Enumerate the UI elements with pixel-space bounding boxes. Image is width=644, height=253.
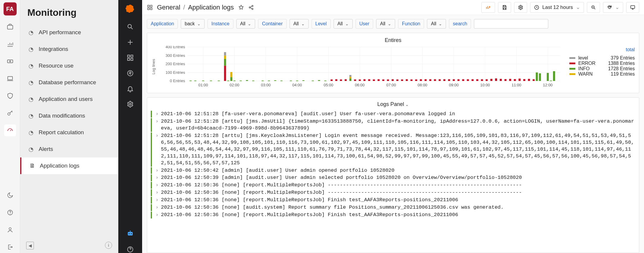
refresh-button[interactable]: ⌄ [603,2,623,13]
explore-icon[interactable] [127,70,134,77]
nav-label: Database performance [39,79,96,86]
chevron-right-icon[interactable]: › [155,189,161,196]
monitor-button[interactable] [626,2,639,13]
config-icon[interactable] [127,101,134,108]
laptop-icon[interactable] [4,73,16,85]
brand-logo[interactable]: FA [4,2,17,15]
gauge-icon[interactable] [4,124,16,136]
chevron-right-icon[interactable]: › [155,167,161,174]
filter-instance-select[interactable]: All [236,19,255,29]
logs-panel-title[interactable]: Logs Panel [151,100,635,110]
shield-icon[interactable] [4,90,16,102]
chevron-right-icon[interactable]: › [155,118,161,132]
gauge-small-icon: ◔ [27,146,34,153]
nav-label: Integrations [39,46,68,52]
log-line[interactable]: › 2021-10-06 12:50:36 [none] [report.Mul… [151,211,635,219]
time-range-picker[interactable]: Last 12 hours⌄ [530,2,584,13]
log-line[interactable]: › 2021-10-06 12:50:42 [admin] [audit.use… [151,167,635,174]
legend-item[interactable]: WARN 119 Entries [569,71,635,77]
info-icon[interactable]: i [105,242,112,249]
filter-user-select[interactable]: All [376,19,395,29]
collapse-left-icon[interactable]: ◀ [26,242,34,249]
svg-rect-138 [547,73,549,81]
legend-item[interactable]: ERROR 1388 Entries [569,61,635,66]
chevron-right-icon[interactable]: › [155,197,161,204]
svg-rect-119 [458,79,460,81]
money-icon[interactable] [4,55,16,67]
breadcrumb-page[interactable]: Application logs [188,4,234,11]
filter-container-select[interactable]: All [290,19,309,29]
alerting-icon[interactable] [127,85,134,92]
moon-icon[interactable] [4,189,16,201]
key-icon[interactable] [4,107,16,119]
legend-swatch [569,63,575,64]
user-icon[interactable] [4,224,16,236]
chevron-right-icon[interactable]: › [155,111,161,118]
legend-count: 119 Entries [611,71,635,77]
svg-rect-108 [406,79,408,81]
svg-rect-88 [318,80,320,81]
gauge-small-icon: ◔ [27,129,34,136]
chevron-right-icon[interactable]: › [155,182,161,189]
nav-report-calculation[interactable]: ◔Report calculation [20,124,118,141]
plus-icon[interactable] [127,39,134,46]
log-message: 2021-10-06 12:51:28 [arttu] [jms.JmsUtil… [161,118,635,132]
svg-point-6 [10,214,10,214]
legend-total-link[interactable]: total [569,47,635,52]
log-line[interactable]: › 2021-10-06 12:51:28 [fa-user-vera.pono… [151,110,635,118]
breadcrumb-folder[interactable]: General [157,4,180,11]
chart-title[interactable]: Entires [151,36,635,46]
chevron-right-icon[interactable]: › [155,204,161,211]
panel-grid-icon[interactable] [147,4,153,10]
dashboards-icon[interactable] [127,54,134,61]
svg-text:03:00: 03:00 [261,83,271,87]
gauge-small-icon: ◔ [27,96,34,103]
log-line[interactable]: › 2021-10-06 12:50:39 [admin] [audit.use… [151,174,635,182]
briefcase-icon[interactable] [4,21,16,33]
chart-icon[interactable] [4,38,16,50]
log-line[interactable]: › 2021-10-06 12:51:28 [arttu] [jms.JmsUt… [151,118,635,132]
save-button[interactable] [498,2,511,13]
help-circle-icon[interactable] [127,246,134,253]
log-level-bar [151,197,152,204]
nav-application-logs[interactable]: 🗎Application logs [20,157,118,174]
nav-integrations[interactable]: ◔Integrations [20,41,118,57]
nav-alerts[interactable]: ◔Alerts [20,141,118,157]
add-panel-button[interactable] [481,2,495,13]
svg-rect-123 [476,79,478,81]
share-icon[interactable] [248,4,254,10]
nav-database-performance[interactable]: ◔Database performance [20,74,118,91]
log-line[interactable]: › 2021-10-06 12:51:28 [arttu] [jms.Keycl… [151,132,635,167]
legend-item[interactable]: level 379 Entries [569,55,635,61]
chevron-right-icon[interactable]: › [155,212,161,218]
zoom-out-button[interactable] [587,2,600,13]
nav-resource-use[interactable]: ◔Resource use [20,57,118,74]
logout-icon[interactable] [4,241,16,253]
search-icon[interactable] [127,23,134,30]
filter-function-select[interactable]: All [427,19,446,29]
sidebar-title: Monitoring [20,0,118,24]
log-line[interactable]: › 2021-10-06 12:50:36 [none] [report.Mul… [151,189,635,196]
nav-api-performance[interactable]: ◔API performance [20,24,118,41]
nav-application-users[interactable]: ◔Application and users [20,91,118,107]
nav-data-modifications[interactable]: ◔Data modifications [20,107,118,124]
filter-search-input[interactable] [474,19,548,29]
grafana-logo[interactable] [124,3,136,15]
chevron-right-icon[interactable]: › [155,132,161,167]
legend-item[interactable]: INFO 1728 Entries [569,66,635,71]
log-line[interactable]: › 2021-10-06 12:50:36 [none] [audit.syst… [151,204,635,211]
robot-icon[interactable] [126,229,134,238]
svg-rect-129 [505,79,507,81]
chevron-right-icon[interactable]: › [155,174,161,181]
chart-plot[interactable]: 0 Entries100 Entries200 Entries300 Entri… [162,46,563,88]
settings-button[interactable] [514,2,527,13]
nav-label: Report calculation [39,129,84,136]
filter-level-select[interactable]: All [334,19,353,29]
log-line[interactable]: › 2021-10-06 12:50:36 [none] [report.Mul… [151,196,635,204]
star-icon[interactable] [238,4,244,10]
svg-rect-79 [252,81,254,81]
filter-application-select[interactable]: back [181,19,205,29]
help-icon[interactable] [4,207,16,218]
monitoring-sidebar: Monitoring ◔API performance ◔Integration… [20,0,118,253]
log-line[interactable]: › 2021-10-06 12:50:36 [none] [report.Mul… [151,182,635,189]
